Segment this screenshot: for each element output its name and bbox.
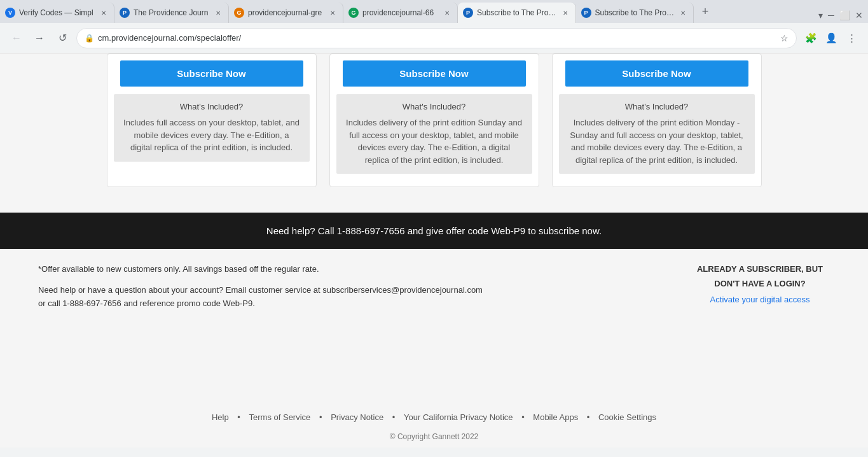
subscription-cards-section: Subscribe Now What's Included? Includes … [0,53,868,206]
subscription-card-1: Subscribe Now What's Included? Includes … [107,53,317,187]
separator-3: • [392,412,396,422]
separator-2: • [319,412,322,422]
subscription-card-2: Subscribe Now What's Included? Includes … [329,53,539,187]
address-input[interactable]: 🔒 cm.providencejournal.com/specialoffer/… [76,28,797,48]
whats-included-title-3: What's Included? [568,102,746,111]
tab-favicon-5: P [463,8,473,18]
tab-list-button[interactable]: ▾ [818,10,823,20]
footer-left: *Offer available to new customers only. … [38,264,483,311]
help-banner-text: Need help? Call 1-888-697-7656 and give … [266,225,602,236]
ca-privacy-link[interactable]: Your California Privacy Notice [404,412,513,422]
subscribe-now-button-3[interactable]: Subscribe Now [565,60,748,87]
tab-favicon-3: G [234,8,244,18]
tab-verify-codes[interactable]: V Verify Codes — Simpl ✕ [0,3,114,23]
subscription-card-3: Subscribe Now What's Included? Includes … [552,53,762,187]
minimize-button[interactable]: ─ [828,10,834,20]
subscribe-now-button-2[interactable]: Subscribe Now [343,60,526,87]
cookie-settings-link[interactable]: Cookie Settings [598,412,656,422]
separator-4: • [521,412,525,422]
subscriber-line2: DON'T HAVE A LOGIN? [690,279,830,288]
toolbar-right: 🧩 👤 ⋮ [802,29,860,47]
tab-label-2: The Providence Journ [134,8,209,17]
whats-included-box-2: What's Included? Includes delivery of th… [336,94,532,174]
tab-label-4: providencejournal-66 [362,8,438,17]
forward-button[interactable]: → [31,29,48,47]
tab-favicon-6: P [581,8,591,18]
whats-included-text-1: Includes full access on your desktop, ta… [123,116,301,154]
tab-bar: V Verify Codes — Simpl ✕ P The Providenc… [0,0,868,23]
tab-close-3[interactable]: ✕ [327,8,338,18]
separator-5: • [587,412,590,422]
tab-favicon-4: G [348,8,359,18]
terms-link[interactable]: Terms of Service [249,412,311,422]
activate-digital-access-link[interactable]: Activate your digital access [710,295,810,304]
tab-label-3: providencejournal-gre [248,8,324,17]
help-link[interactable]: Help [212,412,229,422]
tab-providence-journal[interactable]: P The Providence Journ ✕ [114,3,229,23]
tab-close-6[interactable]: ✕ [678,8,688,18]
copyright-text: © Copyright Gannett 2022 [0,432,868,447]
tab-pj-66[interactable]: G providencejournal-66 ✕ [343,3,458,23]
footer-right: ALREADY A SUBSCRIBER, BUT DON'T HAVE A L… [690,264,830,305]
profile-button[interactable]: 👤 [822,29,840,47]
back-button[interactable]: ← [8,29,25,47]
tab-close-2[interactable]: ✕ [213,8,223,18]
tab-label-5: Subscribe to The Pro… [477,8,556,17]
subscribe-now-button-1[interactable]: Subscribe Now [120,60,303,87]
restore-button[interactable]: ⬜ [839,10,850,20]
tab-favicon-2: P [120,8,130,18]
address-text: cm.providencejournal.com/specialoffer/ [98,33,776,43]
tab-close-5[interactable]: ✕ [560,8,570,18]
tab-close-4[interactable]: ✕ [442,8,452,18]
whats-included-box-1: What's Included? Includes full access on… [114,94,310,162]
browser-window: V Verify Codes — Simpl ✕ P The Providenc… [0,0,868,457]
whats-included-text-2: Includes delivery of the print edition S… [345,116,523,166]
whats-included-title-2: What's Included? [345,102,523,111]
extensions-button[interactable]: 🧩 [802,29,820,47]
tab-subscribe-active[interactable]: P Subscribe to The Pro… ✕ [458,3,576,23]
empty-area [0,326,868,402]
whats-included-box-3: What's Included? Includes delivery of th… [559,94,755,174]
new-tab-button[interactable]: + [696,3,714,20]
tab-favicon-1: V [5,8,15,18]
separator-1: • [237,412,240,422]
whats-included-title-1: What's Included? [123,102,301,111]
whats-included-text-3: Includes delivery of the print edition M… [568,116,746,166]
tab-close-1[interactable]: ✕ [99,8,109,18]
page-content: Subscribe Now What's Included? Includes … [0,53,868,447]
subscriber-line1: ALREADY A SUBSCRIBER, BUT [690,264,830,274]
close-window-button[interactable]: ✕ [855,10,863,20]
tab-label-1: Verify Codes — Simpl [19,8,95,17]
tab-subscribe-2[interactable]: P Subscribe to The Pro… ✕ [576,3,694,23]
tab-controls: ▾ ─ ⬜ ✕ [818,10,868,23]
contact-text: Need help or have a question about your … [38,284,483,311]
bottom-footer: Help • Terms of Service • Privacy Notice… [0,402,868,432]
address-bar: ← → ↺ 🔒 cm.providencejournal.com/special… [0,23,868,53]
lock-icon: 🔒 [85,34,94,43]
offer-text: *Offer available to new customers only. … [38,264,483,274]
tab-label-6: Subscribe to The Pro… [595,8,675,17]
help-banner: Need help? Call 1-888-697-7656 and give … [0,213,868,249]
privacy-link[interactable]: Privacy Notice [331,412,383,422]
bookmark-icon[interactable]: ☆ [780,33,789,43]
mobile-apps-link[interactable]: Mobile Apps [533,412,578,422]
tab-pj-gre[interactable]: G providencejournal-gre ✕ [229,3,343,23]
footer-info: *Offer available to new customers only. … [0,249,868,326]
reload-button[interactable]: ↺ [53,29,71,47]
menu-button[interactable]: ⋮ [843,29,860,47]
